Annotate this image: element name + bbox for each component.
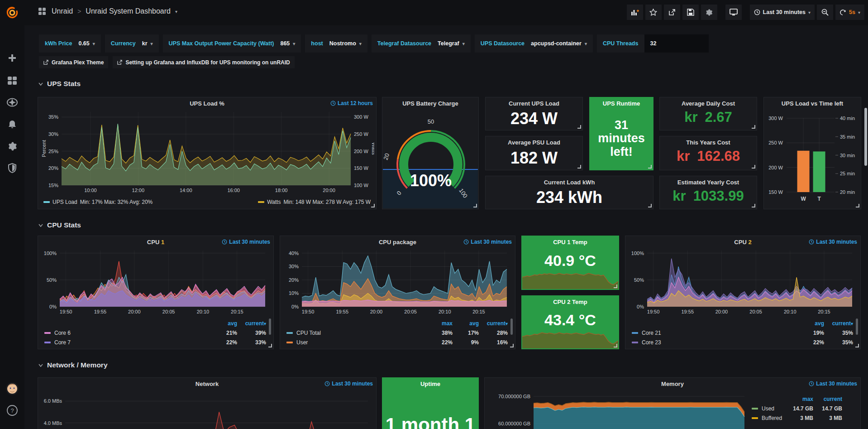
- legend-col-current[interactable]: current▾: [479, 320, 508, 327]
- cpu2-temp-sparkline: [522, 329, 618, 348]
- time-range-picker[interactable]: Last 30 minutes ▾: [750, 5, 815, 20]
- cpu-threads-input[interactable]: 32: [644, 34, 709, 53]
- panel-title[interactable]: UPS Load vs Time left: [764, 100, 861, 107]
- section-network-memory[interactable]: Network / Memory: [38, 361, 108, 369]
- legend-series-name[interactable]: Watts: [267, 199, 281, 205]
- network-chart[interactable]: 6.0 MBs4.0 MBs2.0 MBs: [40, 389, 374, 429]
- breadcrumb-folder[interactable]: Unraid: [52, 7, 73, 15]
- panel-title[interactable]: Current UPS Load: [486, 100, 582, 107]
- cpu1-chart[interactable]: 19:5019:5520:0020:0520:1020:15100%50%0%: [40, 247, 272, 316]
- share-button[interactable]: [664, 5, 680, 20]
- memory-chart[interactable]: 70.000000 GB60.000000 GB50.000000 GB: [486, 389, 749, 429]
- legend-swatch[interactable]: [286, 332, 293, 334]
- configuration-icon[interactable]: [0, 138, 24, 154]
- svg-text:40%: 40%: [289, 251, 299, 256]
- legend-series-name[interactable]: UPS Load: [52, 199, 77, 205]
- legend-swatch[interactable]: [258, 201, 264, 203]
- stat-value: 1 month 1: [382, 414, 478, 429]
- panel-title[interactable]: Current Load kWh: [486, 179, 653, 186]
- cpu-package-chart[interactable]: 19:5019:5520:0020:0520:1020:1540%30%20%1…: [282, 247, 513, 316]
- var-host[interactable]: host Nostromo▾: [305, 34, 367, 53]
- panel-legend: maxavgcurrent▾ CPU Total38%17%28% User22…: [286, 318, 508, 347]
- legend-col-current[interactable]: current▾: [824, 320, 853, 327]
- panel-title[interactable]: Uptime: [382, 381, 478, 387]
- panel-title[interactable]: UPS Runtime: [590, 100, 653, 107]
- legend-swatch[interactable]: [43, 201, 50, 203]
- user-avatar[interactable]: [0, 381, 24, 397]
- panel-time-override[interactable]: Last 30 minutes: [222, 239, 270, 245]
- legend-swatch[interactable]: [632, 332, 638, 334]
- var-kwh-price[interactable]: kWh Price 0.65▾: [39, 34, 101, 53]
- svg-text:10%: 10%: [289, 290, 299, 296]
- panel-title[interactable]: Memory: [485, 381, 860, 387]
- panel-time-override[interactable]: Last 30 minutes: [809, 381, 857, 387]
- panel-title[interactable]: Average Daily Cost: [660, 100, 757, 107]
- svg-text:19:55: 19:55: [336, 309, 348, 314]
- legend-row: Core 2119%35%: [632, 328, 853, 337]
- section-ups-stats[interactable]: UPS Stats: [38, 80, 81, 88]
- plus-icon[interactable]: [0, 50, 24, 66]
- var-value: Telegraf: [438, 40, 459, 47]
- legend-col-max[interactable]: max: [426, 320, 453, 327]
- panel-title[interactable]: Average PSU Load: [486, 139, 582, 146]
- legend-col-avg[interactable]: avg: [798, 320, 824, 327]
- legend-swatch[interactable]: [752, 408, 758, 410]
- panel-time-override[interactable]: Last 12 hours: [330, 100, 373, 106]
- title-caret-icon[interactable]: ▾: [175, 9, 177, 14]
- cpu2-chart[interactable]: 19:5019:5520:0020:0520:1020:15100%50%0%: [627, 247, 858, 316]
- battery-gauge[interactable]: 02050100100%: [382, 110, 479, 198]
- panel-time-override[interactable]: Last 30 minutes: [324, 381, 373, 387]
- add-panel-button[interactable]: [627, 5, 643, 20]
- panel-time-override[interactable]: Last 30 minutes: [463, 239, 512, 245]
- refresh-button[interactable]: 5s ▾: [835, 5, 864, 20]
- legend-scrollbar[interactable]: [510, 318, 513, 335]
- legend-col-avg[interactable]: avg: [453, 320, 479, 327]
- dashboard-grid-icon[interactable]: [37, 6, 47, 16]
- var-ups-max-power[interactable]: UPS Max Output Power Capacity (Watt) 865…: [163, 34, 301, 53]
- panel-title[interactable]: This Years Cost: [660, 139, 757, 146]
- panel-title[interactable]: UPS Battery Charge: [382, 100, 478, 107]
- legend-col-current[interactable]: current▾: [237, 320, 266, 327]
- var-currency[interactable]: Currency kr▾: [105, 34, 159, 53]
- panel-time-override[interactable]: Last 30 minutes: [809, 239, 857, 245]
- legend-scrollbar[interactable]: [269, 318, 271, 335]
- cycle-view-button[interactable]: [725, 5, 742, 20]
- grafana-logo[interactable]: [0, 4, 24, 22]
- page-title[interactable]: Unraid System Dashboard: [86, 7, 171, 15]
- section-cpu-stats[interactable]: CPU Stats: [38, 221, 81, 229]
- explore-icon[interactable]: [0, 94, 24, 111]
- legend-series-stats: Min: 148 W Max: 278 W Avg: 175 W: [283, 199, 371, 205]
- link-grafana-plex-theme[interactable]: Grafana Plex Theme: [39, 56, 108, 68]
- server-admin-icon[interactable]: [0, 160, 24, 176]
- legend-col-avg[interactable]: avg: [211, 320, 237, 327]
- help-icon[interactable]: ?: [0, 402, 24, 419]
- panel-title[interactable]: CPU 2 Temp: [522, 299, 619, 305]
- template-variables-row: kWh Price 0.65▾ Currency kr▾ UPS Max Out…: [39, 34, 709, 53]
- zoom-out-button[interactable]: [817, 5, 833, 20]
- star-button[interactable]: [645, 5, 662, 20]
- link-ups-monitoring-guide[interactable]: Setting up Grafana and InfluxDB for UPS …: [113, 56, 294, 68]
- var-ups-datasource[interactable]: UPS Datasource apcupsd-container▾: [475, 34, 593, 53]
- chevron-down-icon: ▾: [293, 41, 295, 46]
- save-button[interactable]: [682, 5, 699, 20]
- svg-text:100: 100: [458, 187, 469, 198]
- page-scrollbar[interactable]: [864, 108, 867, 166]
- var-telegraf-datasource[interactable]: Telegraf Datasource Telegraf▾: [372, 34, 471, 53]
- legend-scrollbar[interactable]: [856, 318, 858, 335]
- legend-swatch[interactable]: [44, 332, 51, 334]
- legend-swatch[interactable]: [752, 417, 758, 419]
- dashboards-icon[interactable]: [0, 72, 24, 89]
- ups-load-chart[interactable]: 10:0012:0014:0016:0018:0020:0035%30%25%2…: [40, 108, 374, 194]
- legend-swatch[interactable]: [44, 342, 51, 343]
- panel-title[interactable]: Estimated Yearly Cost: [660, 179, 757, 186]
- alerting-icon[interactable]: [0, 116, 24, 133]
- panel-title[interactable]: CPU 1 Temp: [522, 239, 619, 246]
- legend-col-current[interactable]: current: [813, 396, 842, 402]
- dashboard-settings-button[interactable]: [701, 5, 717, 20]
- panel-title[interactable]: UPS Load %: [38, 100, 376, 107]
- legend-swatch[interactable]: [286, 342, 293, 343]
- svg-text:35%: 35%: [48, 114, 58, 120]
- legend-swatch[interactable]: [632, 342, 638, 343]
- legend-col-max[interactable]: max: [784, 396, 813, 402]
- ups-load-time-bars[interactable]: 300 W250 W200 W150 W40 min35 min30 min25…: [764, 109, 861, 209]
